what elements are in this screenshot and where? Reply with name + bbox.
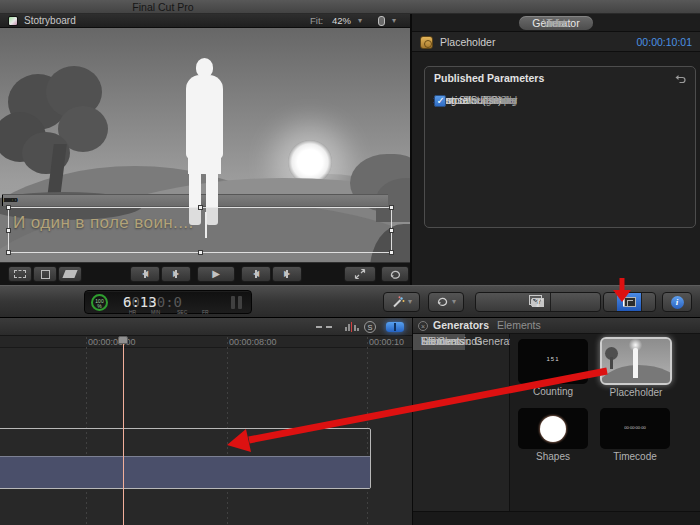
crop-button[interactable]	[33, 266, 57, 282]
distort-button[interactable]	[58, 266, 82, 282]
browser-header: × Generators Elements	[413, 318, 700, 334]
previous-edit-button[interactable]: ◀	[241, 266, 271, 282]
expand-arrows-icon	[354, 268, 366, 280]
sidebar-item-textures[interactable]: Textures	[413, 334, 461, 350]
final-cut-pro-window: Final Cut Pro Stotryboard Fit: 42% ▾ ▾	[0, 0, 700, 525]
clip-body	[0, 456, 370, 489]
timecode-thumb-text: 00:00:00:00	[611, 426, 659, 430]
chevron-down-icon: ▾	[452, 295, 456, 309]
browser-bottom-bar	[413, 511, 700, 525]
fullscreen-button[interactable]	[344, 266, 376, 282]
titles-browser-button[interactable]: T	[526, 293, 551, 311]
clip-appearance-button[interactable]	[316, 325, 332, 329]
timeline-track-area[interactable]	[0, 348, 412, 525]
zoom-value: 42%	[332, 14, 351, 28]
item-label-timecode: Timecode	[600, 451, 670, 462]
frame-back-button[interactable]: ◀	[130, 266, 160, 282]
caption-text-box[interactable]: И один в поле воин....	[8, 207, 392, 253]
viewer-canvas[interactable]: 0 100 200 300 400 500 600 700 800 900 10…	[0, 28, 410, 262]
audio-meter[interactable]	[238, 296, 242, 309]
chevron-down-icon: ▾	[392, 14, 396, 28]
timeline-panel: S 00:00:06:00 00:00:08:00 00:00:10	[0, 318, 412, 525]
unit-label-fr: FR	[202, 309, 209, 315]
snapping-toggle-button[interactable]	[386, 322, 404, 332]
media-browser-buttons: ♪ T	[475, 292, 601, 312]
close-icon[interactable]: ×	[418, 321, 428, 331]
thumb-person-graphic	[633, 348, 638, 378]
parameter-row: View Notes ✓	[425, 91, 695, 111]
item-label-counting: Counting	[518, 386, 588, 397]
tab-info[interactable]: Info	[541, 16, 571, 30]
selection-handle[interactable]	[389, 250, 394, 255]
browser-title: Generators	[433, 319, 489, 331]
waveform-icon	[357, 328, 359, 331]
viewer-display-options-button[interactable]: ▾	[376, 14, 406, 28]
selection-handle[interactable]	[6, 250, 11, 255]
main-toolbar: 100% 00:00:06:13 HR MIN SEC FR ▾ ▾	[0, 285, 700, 318]
inspector-toggle-button[interactable]: i	[662, 292, 692, 312]
reset-icon	[674, 74, 687, 85]
waveform-icon	[345, 327, 347, 331]
skimming-toggle-button[interactable]: S	[364, 321, 376, 333]
frame-forward-button[interactable]: ▶	[161, 266, 191, 282]
previous-edit-icon: ◀	[253, 270, 259, 278]
audio-skimming-button[interactable]	[344, 322, 358, 332]
skimmer-line-icon	[351, 322, 352, 332]
counting-thumbnail[interactable]: 151	[518, 339, 588, 384]
shapes-thumbnail[interactable]	[518, 408, 588, 449]
project-icon	[8, 16, 18, 26]
project-title: Stotryboard	[24, 14, 76, 28]
frame-forward-icon: ▶	[173, 270, 179, 278]
timecode-thumbnail[interactable]: 00:00:00:00	[600, 408, 670, 449]
timeline-toolbar: S	[0, 318, 412, 336]
next-edit-button[interactable]: ▶	[272, 266, 302, 282]
selection-handle[interactable]	[198, 250, 203, 255]
playback-speed-ring: 100%	[91, 294, 108, 311]
waveform-icon	[348, 324, 350, 331]
frame-bar-icon	[144, 270, 146, 278]
timecode-display[interactable]: 100% 00:00:06:13 HR MIN SEC FR	[84, 290, 252, 314]
playhead-line[interactable]	[123, 338, 124, 525]
inspector-clip-header: Placeholder 00:00:10:01	[412, 31, 700, 52]
unit-label-hr: HR	[129, 309, 136, 315]
published-parameters-title: Published Parameters	[434, 72, 544, 84]
waveform-icon	[354, 325, 356, 331]
item-label-shapes: Shapes	[518, 451, 588, 462]
playhead-handle[interactable]	[118, 336, 128, 344]
themes-browser-button[interactable]	[617, 293, 642, 311]
audio-meter[interactable]	[231, 296, 235, 309]
person-silhouette	[186, 75, 223, 159]
titles-icon: T	[534, 296, 541, 309]
selection-handle[interactable]	[198, 205, 203, 210]
view-notes-checkbox[interactable]: ✓	[434, 95, 446, 107]
generator-icon	[420, 36, 433, 49]
distort-icon	[62, 270, 77, 278]
counting-thumb-text: 151	[518, 356, 588, 362]
circle-shape-graphic	[540, 416, 566, 442]
viewer-zoom-menu[interactable]: Fit: 42% ▾	[310, 14, 370, 28]
action-safe-button[interactable]	[8, 266, 32, 282]
browser-sidebar: All Backgrounds Elements RT Classic Gene…	[413, 334, 510, 511]
placeholder-thumbnail[interactable]	[600, 337, 672, 385]
retime-menu-button[interactable]: ▾	[428, 292, 464, 312]
generator-theme-buttons	[603, 292, 656, 312]
selection-handle[interactable]	[389, 228, 394, 233]
loop-playback-button[interactable]	[381, 266, 409, 282]
display-icon	[378, 16, 385, 26]
unit-label-min: MIN	[151, 309, 160, 315]
selection-handle[interactable]	[389, 205, 394, 210]
reset-parameters-button[interactable]	[674, 71, 688, 83]
crop-icon	[41, 270, 50, 279]
viewer-panel: Stotryboard Fit: 42% ▾ ▾	[0, 14, 410, 285]
selection-handle[interactable]	[6, 228, 11, 233]
placeholder-clip[interactable]	[0, 428, 371, 489]
chevron-down-icon: ▾	[408, 295, 412, 309]
caption-text[interactable]: И один в поле воин....	[13, 213, 194, 233]
ruler-timecode-label: 00:00:06:00	[88, 337, 136, 347]
published-parameters-panel: Published Parameters Framing Long Shot (…	[424, 66, 696, 228]
timeline-ruler[interactable]: 00:00:06:00 00:00:08:00 00:00:10	[0, 336, 412, 348]
play-button[interactable]: ▶	[197, 266, 235, 282]
selection-handle[interactable]	[6, 205, 11, 210]
menu-bar: Final Cut Pro	[0, 0, 700, 14]
enhancements-menu-button[interactable]: ▾	[383, 292, 420, 312]
